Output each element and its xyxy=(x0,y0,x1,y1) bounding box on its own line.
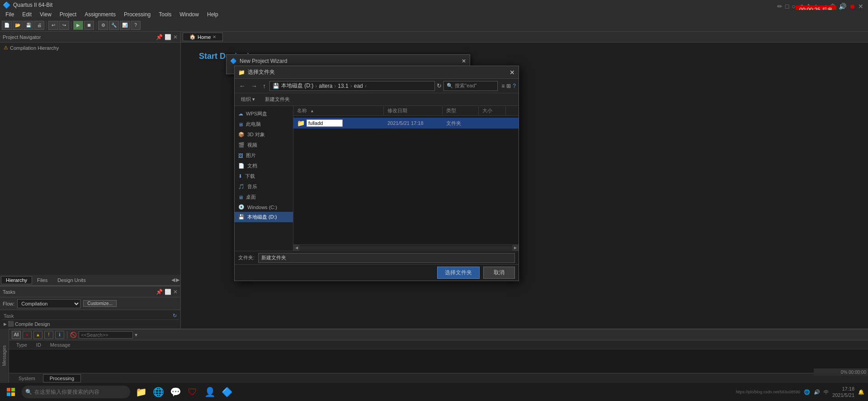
nav-float-icon[interactable]: ⬜ xyxy=(165,34,171,40)
taskbar-app2[interactable]: 👤 xyxy=(203,385,217,399)
filter-all-btn[interactable]: All xyxy=(12,331,21,339)
menu-help[interactable]: Help xyxy=(203,10,222,19)
tasks-pin-icon[interactable]: 📌 xyxy=(156,289,163,295)
addr-part4[interactable]: ead xyxy=(354,83,363,89)
file-folder-name-input[interactable] xyxy=(258,253,515,263)
view-toggle-icon[interactable]: ≡ xyxy=(501,83,505,89)
tab-hierarchy[interactable]: Hierarchy xyxy=(1,276,32,284)
taskbar-ime-icon[interactable]: 中 xyxy=(824,389,829,396)
sidebar-windows-c[interactable]: 💿 Windows (C:) xyxy=(235,202,293,212)
customize-button[interactable]: Customize... xyxy=(83,300,117,307)
addr-part3[interactable]: 13.1 xyxy=(338,83,348,89)
wizard-close-icon[interactable]: ✕ xyxy=(462,58,466,64)
pen-icon[interactable]: ✏ xyxy=(777,3,783,10)
close-window-icon[interactable]: ✕ xyxy=(858,3,863,10)
hscroll-track[interactable] xyxy=(300,246,512,250)
sidebar-video[interactable]: 🎬 视频 xyxy=(235,140,293,150)
toolbar-undo[interactable]: ↩ xyxy=(48,21,58,30)
addr-part1[interactable]: 本地磁盘 (D:) xyxy=(281,82,313,90)
file-dialog-close-btn[interactable]: ✕ xyxy=(509,69,515,76)
taskbar-sound-icon[interactable]: 🔊 xyxy=(814,389,820,395)
col-modified[interactable]: 修改日期 xyxy=(384,106,443,115)
tab-close-icon[interactable]: ✕ xyxy=(212,34,216,39)
organize-btn[interactable]: 组织 ▾ xyxy=(237,95,259,104)
toolbar-stop[interactable]: ⏹ xyxy=(84,21,94,30)
message-search-input[interactable] xyxy=(79,331,133,339)
sidebar-local-disk-d[interactable]: 💾 本地磁盘 (D:) xyxy=(235,212,293,222)
msg-tab-processing[interactable]: Processing xyxy=(43,374,81,382)
taskbar-edge[interactable]: 🌐 xyxy=(151,385,165,399)
nav-pin-icon[interactable]: 📌 xyxy=(156,34,163,40)
new-folder-btn[interactable]: 新建文件夹 xyxy=(261,95,293,104)
filter-info-btn[interactable]: ! xyxy=(44,331,53,339)
menu-project[interactable]: Project xyxy=(56,10,80,19)
task-compile-design[interactable]: ▶ ⬛ Compile Design xyxy=(2,320,179,328)
sidebar-pictures[interactable]: 🖼 图片 xyxy=(235,150,293,161)
tasks-float-icon[interactable]: ⬜ xyxy=(165,289,171,295)
addr-path[interactable]: 💾 本地磁盘 (D:) › altera › 13.1 › ead › xyxy=(269,81,435,91)
taskbar-network-icon[interactable]: 🌐 xyxy=(804,389,810,395)
menu-processing[interactable]: Processing xyxy=(120,10,154,19)
taskbar-notification-icon[interactable]: 🔔 xyxy=(858,389,864,395)
taskbar-start-button[interactable] xyxy=(4,385,18,399)
toolbar-btn1[interactable]: ⚙ xyxy=(98,21,108,30)
sidebar-3d-objects[interactable]: 📦 3D 对象 xyxy=(235,129,293,140)
taskbar-app1[interactable]: 🛡 xyxy=(185,385,200,399)
sidebar-downloads[interactable]: ⬇ 下载 xyxy=(235,171,293,181)
taskbar-wechat[interactable]: 💬 xyxy=(168,385,183,399)
taskbar-time[interactable]: 17:18 2021/5/21 xyxy=(832,386,854,399)
search-dropdown-icon[interactable]: ▾ xyxy=(135,332,137,338)
sidebar-music[interactable]: 🎵 音乐 xyxy=(235,181,293,192)
record-icon[interactable]: ⏺ xyxy=(849,3,855,10)
menu-window[interactable]: Window xyxy=(176,10,203,19)
col-name[interactable]: 名称 ▲ xyxy=(293,106,384,115)
menu-file[interactable]: File xyxy=(2,10,18,19)
cancel-button[interactable]: 取消 xyxy=(483,267,515,279)
tab-design-units[interactable]: Design Units xyxy=(52,276,90,284)
select-folder-button[interactable]: 选择文件夹 xyxy=(437,267,480,279)
taskbar-explorer[interactable]: 📁 xyxy=(134,385,148,399)
filter-suppress-icon[interactable]: 🚫 xyxy=(70,332,77,338)
taskbar-search-input[interactable] xyxy=(22,386,130,398)
sidebar-desktop[interactable]: 🖥 桌面 xyxy=(235,192,293,202)
file-name-edit-input[interactable] xyxy=(307,119,343,127)
compilation-hierarchy-item[interactable]: ⚠ Compilation Hierarchy xyxy=(2,44,179,51)
view-toggle2-icon[interactable]: ⊞ xyxy=(506,83,511,89)
msg-tab-system[interactable]: System xyxy=(12,374,42,382)
filter-error-btn[interactable]: ● xyxy=(23,331,32,339)
tab-home[interactable]: 🏠 Home ✕ xyxy=(183,33,223,41)
addr-refresh-btn[interactable]: ↻ xyxy=(437,82,442,89)
col-type[interactable]: 类型 xyxy=(443,106,479,115)
toolbar-help[interactable]: ? xyxy=(131,21,141,30)
help-circle-icon[interactable]: ? xyxy=(513,83,516,89)
menu-tools[interactable]: Tools xyxy=(155,10,175,19)
col-size[interactable]: 大小 xyxy=(479,106,506,115)
sidebar-this-pc[interactable]: 🖥 此电脑 xyxy=(235,119,293,129)
toolbar-btn3[interactable]: 📊 xyxy=(120,21,130,30)
toolbar-open[interactable]: 📂 xyxy=(13,21,23,30)
circle-icon[interactable]: ○ xyxy=(792,3,795,10)
rectangle-icon[interactable]: □ xyxy=(785,3,789,10)
file-dialog[interactable]: 📁 选择文件夹 ✕ ← → ↑ 💾 本地磁盘 (D:) › altera › 1… xyxy=(234,66,519,281)
task-refresh-icon[interactable]: ↻ xyxy=(173,313,177,319)
flow-select[interactable]: Compilation xyxy=(17,299,80,308)
filter-warning-btn[interactable]: ▲ xyxy=(33,331,42,339)
toolbar-btn2[interactable]: 🔧 xyxy=(109,21,119,30)
addr-forward-btn[interactable]: → xyxy=(249,82,259,90)
nav-arrow-left[interactable]: ◀ xyxy=(171,277,175,283)
menu-view[interactable]: View xyxy=(36,10,55,19)
file-item-fulladd[interactable]: 📁 2021/5/21 17:18 文件夹 xyxy=(293,118,519,129)
tasks-close-icon[interactable]: ✕ xyxy=(173,289,178,295)
filter-note-btn[interactable]: ℹ xyxy=(55,331,64,339)
volume-icon[interactable]: 🔊 xyxy=(839,3,846,10)
menu-edit[interactable]: Edit xyxy=(19,10,35,19)
hscroll-left-btn[interactable]: ◀ xyxy=(293,245,300,251)
addr-search[interactable]: 🔍 搜索"ead" xyxy=(443,81,498,91)
hscroll-right-btn[interactable]: ▶ xyxy=(512,245,519,251)
toolbar-compile[interactable]: ▶ xyxy=(73,21,83,30)
taskbar-quartus[interactable]: 🔷 xyxy=(220,385,234,399)
menu-assignments[interactable]: Assignments xyxy=(81,10,119,19)
toolbar-redo[interactable]: ↪ xyxy=(59,21,69,30)
addr-part2[interactable]: altera xyxy=(319,83,332,89)
addr-up-btn[interactable]: ↑ xyxy=(261,82,268,90)
